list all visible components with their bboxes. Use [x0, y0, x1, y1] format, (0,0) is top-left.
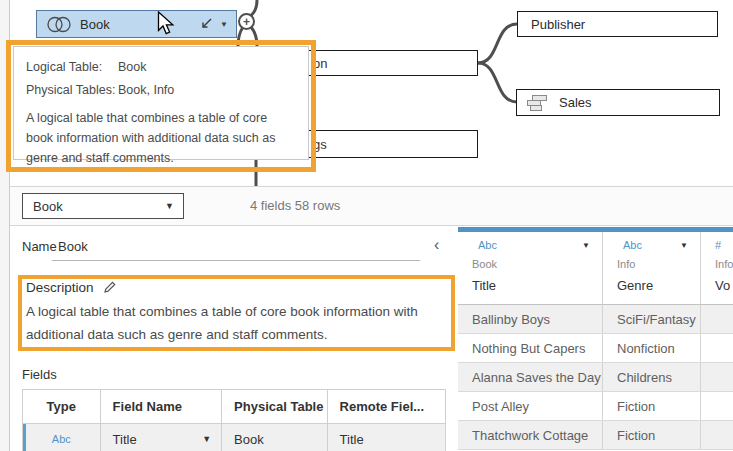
column-field-name: Vo [701, 278, 733, 293]
grid-cell [701, 363, 733, 391]
column-table-name: Info [701, 258, 733, 278]
grid-cell: Fiction [603, 421, 701, 449]
field-name-caret-icon[interactable]: ▼ [202, 434, 211, 444]
join-venn-icon [46, 16, 72, 33]
fields-header-field-name[interactable]: Field Name [101, 390, 222, 423]
publisher-node-label: Publisher [531, 17, 585, 32]
fields-rows-summary: 4 fields 58 rows [250, 198, 340, 213]
table-select-dropdown[interactable]: Book ▼ [22, 193, 184, 219]
column-menu-caret-icon[interactable]: ▼ [582, 241, 590, 250]
grid-cell [701, 334, 733, 362]
grid-row[interactable]: Post Alley Fiction [458, 392, 733, 421]
tooltip-logical-table-label: Logical Table: [26, 57, 118, 77]
tableau-data-model-window: on gs Publisher Sales Book [0, 0, 733, 451]
selected-row-indicator [23, 424, 26, 451]
ratings-node-label-fragment: gs [313, 137, 327, 152]
tooltip-logical-table-value: Book [118, 57, 147, 77]
grid-cell: Fiction [603, 392, 701, 420]
table-selector-bar: Book ▼ 4 fields 58 rows [10, 187, 733, 225]
book-node-selected[interactable]: Book ▼ [36, 10, 237, 38]
tooltip-physical-tables-label: Physical Tables: [26, 80, 118, 100]
grid-row[interactable]: Thatchwork Cottage Fiction [458, 421, 733, 450]
publisher-node[interactable]: Publisher [517, 11, 718, 37]
mouse-cursor-icon [157, 11, 177, 36]
tooltip-physical-tables-value: Book, Info [118, 80, 174, 100]
grid-column-header-genre[interactable]: Abc ▼ Info Genre [603, 232, 701, 305]
fields-header-remote-field[interactable]: Remote Fiel... [328, 390, 445, 423]
add-relationship-plus-icon[interactable]: + [238, 13, 255, 30]
name-input-underline [52, 260, 420, 261]
grid-cell: Nothing But Capers [458, 334, 603, 362]
fields-section-label: Fields [22, 367, 57, 382]
field-physical-table-value: Book [222, 424, 328, 451]
description-label: Description [26, 280, 94, 295]
grid-cell [701, 421, 733, 449]
node-menu-caret-icon[interactable]: ▼ [220, 20, 228, 29]
fields-table: Type Field Name Physical Table Remote Fi… [22, 389, 446, 451]
grid-cell [701, 392, 733, 420]
table-details-panel: Name Book ‹ Description A logical table … [10, 226, 458, 451]
grid-column-header-volume[interactable]: # ▼ Info Vo [701, 232, 733, 305]
grid-cell: Post Alley [458, 392, 603, 420]
grid-row[interactable]: Nothing But Capers Nonfiction [458, 334, 733, 363]
column-type-abc-icon: Abc [478, 239, 497, 251]
table-select-value: Book [23, 199, 165, 214]
column-table-name: Info [603, 258, 700, 278]
field-type-abc-icon: Abc [52, 433, 71, 445]
sales-node[interactable]: Sales [516, 89, 720, 116]
column-menu-caret-icon[interactable]: ▼ [680, 241, 688, 250]
grid-row[interactable]: Alanna Saves the Day Childrens [458, 363, 733, 392]
fields-header-type[interactable]: Type [23, 390, 101, 423]
column-table-name: Book [458, 258, 602, 278]
tooltip-description: A logical table that combines a table of… [26, 108, 296, 168]
collapse-table-icon[interactable] [199, 18, 213, 31]
column-field-name: Title [458, 278, 602, 293]
grid-cell: SciFi/Fantasy [603, 305, 701, 333]
fields-table-row[interactable]: Abc Title ▼ Book Title [23, 424, 445, 451]
sales-node-label: Sales [559, 95, 592, 110]
name-input[interactable]: Book [58, 239, 88, 254]
field-remote-field-value: Title [328, 424, 445, 451]
logical-table-tooltip: Logical Table: Book Physical Tables: Boo… [13, 46, 309, 160]
fields-table-header-row: Type Field Name Physical Table Remote Fi… [23, 390, 445, 424]
field-name-value: Title [113, 432, 203, 447]
grid-row[interactable]: Ballinby Boys SciFi/Fantasy [458, 305, 733, 334]
chevron-left-icon[interactable]: ‹ [434, 237, 439, 253]
grid-cell: Nonfiction [603, 334, 701, 362]
fields-header-physical-table[interactable]: Physical Table [222, 390, 328, 423]
grid-column-header-title[interactable]: Abc ▼ Book Title [458, 232, 603, 305]
grid-cell: Alanna Saves the Day [458, 363, 603, 391]
dropdown-caret-icon: ▼ [165, 201, 174, 211]
union-icon [526, 94, 550, 112]
name-label: Name [22, 239, 57, 254]
grid-header-row: Abc ▼ Book Title Abc ▼ Info Genre # ▼ [458, 232, 733, 305]
edition-node-label-fragment: on [313, 56, 327, 71]
edit-pencil-icon[interactable] [103, 281, 116, 294]
grid-cell: Thatchwork Cottage [458, 421, 603, 449]
grid-cell: Ballinby Boys [458, 305, 603, 333]
column-type-abc-icon: Abc [623, 239, 642, 251]
column-field-name: Genre [603, 278, 700, 293]
data-preview-grid: Abc ▼ Book Title Abc ▼ Info Genre # ▼ [458, 227, 733, 451]
column-type-number-icon: # [715, 239, 721, 251]
grid-cell: Childrens [603, 363, 701, 391]
grid-cell [701, 305, 733, 333]
description-text: A logical table that combines a table of… [26, 300, 440, 346]
book-node-label: Book [80, 17, 110, 32]
